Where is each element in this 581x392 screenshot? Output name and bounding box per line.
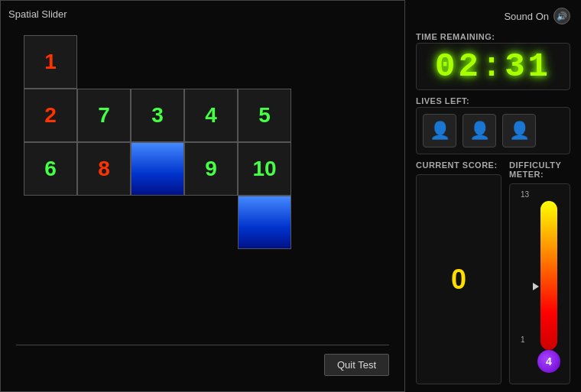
thermo-bulb: 4 — [537, 350, 560, 373]
grid-cell-blue-1[interactable] — [131, 142, 184, 196]
score-value: 0 — [451, 264, 466, 296]
score-label: CURRENT SCORE: — [416, 160, 501, 170]
score-diff-row: CURRENT SCORE: 0 DIFFICULTY METER: 13 — [416, 160, 570, 384]
thermo-bar — [540, 201, 557, 350]
lives-label: LIVES LEFT: — [416, 96, 570, 105]
grid-cell-blue-2[interactable] — [238, 196, 291, 249]
difficulty-value: 4 — [546, 355, 552, 368]
divider — [16, 345, 389, 345]
grid-row-1: 2 7 3 4 5 — [24, 89, 381, 142]
difficulty-section: DIFFICULTY METER: 13 1 4 — [509, 160, 570, 384]
left-panel: Spatial Slider 1 2 7 3 4 5 6 8 9 10 — [0, 0, 405, 392]
life-icon-3: 👤 — [502, 114, 536, 147]
thermometer: 13 1 4 — [510, 184, 570, 384]
thermo-bottom-label: 1 — [521, 335, 525, 344]
thermo-bar-wrap — [540, 201, 557, 350]
lives-section: LIVES LEFT: 👤 👤 👤 — [416, 96, 570, 154]
thermo-arrow — [533, 283, 539, 290]
life-icon-1: 👤 — [423, 114, 456, 147]
lives-display: 👤 👤 👤 — [416, 107, 570, 154]
right-panel: Sound On 🔊 TIME REMAINING: 02:31 LIVES L… — [405, 0, 581, 392]
main-container: Spatial Slider 1 2 7 3 4 5 6 8 9 10 — [0, 0, 581, 392]
timer-section: TIME REMAINING: 02:31 — [416, 32, 570, 90]
grid-cell-4[interactable]: 4 — [184, 89, 238, 142]
life-icon-2: 👤 — [463, 114, 496, 147]
grid-row-0: 1 — [24, 35, 381, 89]
grid-cell-5[interactable]: 5 — [238, 89, 291, 142]
grid-cell-6[interactable]: 6 — [24, 142, 77, 196]
difficulty-display: 13 1 4 — [509, 183, 570, 384]
thermo-top-label: 13 — [521, 190, 529, 199]
sound-button[interactable]: 🔊 — [553, 8, 570, 24]
grid-cell-2[interactable]: 2 — [24, 89, 77, 142]
sound-label: Sound On — [504, 11, 549, 22]
difficulty-label: DIFFICULTY METER: — [509, 160, 570, 179]
grid-cell-9[interactable]: 9 — [184, 142, 238, 196]
timer-display: 02:31 — [416, 43, 570, 90]
score-display: 0 — [416, 174, 501, 384]
grid-cell-7[interactable]: 7 — [77, 89, 131, 142]
score-section: CURRENT SCORE: 0 — [416, 160, 501, 384]
timer-label: TIME REMAINING: — [416, 32, 570, 41]
sound-row: Sound On 🔊 — [416, 8, 570, 24]
grid-cell-1[interactable]: 1 — [24, 35, 77, 89]
panel-title: Spatial Slider — [8, 8, 397, 20]
grid-row-2: 6 8 9 10 — [24, 142, 381, 196]
grid-row-3 — [238, 196, 381, 249]
timer-value: 02:31 — [427, 50, 559, 83]
grid-cell-3[interactable]: 3 — [131, 89, 184, 142]
grid-cell-8[interactable]: 8 — [77, 142, 131, 196]
puzzle-area: 1 2 7 3 4 5 6 8 9 10 — [8, 28, 397, 257]
quit-button[interactable]: Quit Test — [324, 354, 389, 376]
grid-cell-10[interactable]: 10 — [238, 142, 291, 196]
